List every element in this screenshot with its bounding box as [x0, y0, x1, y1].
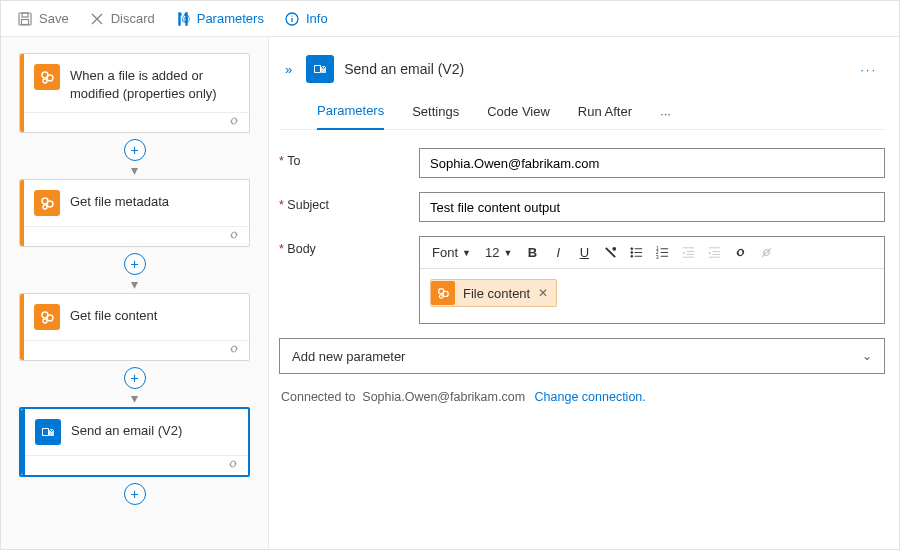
parameters-icon: @ [175, 11, 191, 27]
step-title: When a file is added or modified (proper… [70, 64, 237, 102]
bullet-list-button[interactable] [624, 241, 648, 265]
outlook-icon [35, 419, 61, 445]
panel-menu-button[interactable]: ··· [854, 62, 883, 77]
collapse-panel-button[interactable]: » [281, 62, 296, 77]
italic-button[interactable]: I [546, 241, 570, 265]
subject-label: Subject [279, 192, 419, 212]
body-editor: Font▼ 12▼ B I U 123 [419, 236, 885, 324]
info-icon [284, 11, 300, 27]
svg-rect-1 [22, 13, 28, 17]
to-label: To [279, 148, 419, 168]
svg-point-22 [612, 247, 616, 251]
accent-strip [20, 180, 24, 246]
svg-point-17 [43, 319, 47, 323]
add-step-button[interactable]: + [124, 483, 146, 505]
discard-label: Discard [111, 11, 155, 26]
to-input[interactable] [419, 148, 885, 178]
save-icon [17, 11, 33, 27]
svg-rect-21 [315, 66, 320, 72]
connection-info: Connected to Sophia.Owen@fabrikam.com Ch… [279, 390, 885, 404]
bold-button[interactable]: B [520, 241, 544, 265]
unlink-button[interactable] [754, 241, 778, 265]
parameters-button[interactable]: @ Parameters [167, 7, 272, 31]
indent-button[interactable] [702, 241, 726, 265]
svg-point-14 [43, 205, 47, 209]
number-list-button[interactable]: 123 [650, 241, 674, 265]
font-family-select[interactable]: Font▼ [426, 241, 477, 265]
flow-canvas: When a file is added or modified (proper… [1, 37, 269, 549]
svg-rect-19 [43, 429, 48, 435]
step-title: Get file content [70, 304, 157, 325]
add-parameter-dropdown[interactable]: Add new parameter ⌄ [279, 338, 885, 374]
svg-point-25 [631, 252, 633, 254]
parameters-label: Parameters [197, 11, 264, 26]
accent-strip [20, 54, 24, 132]
svg-point-46 [440, 295, 444, 299]
flow-arrow-icon: ▾ [131, 163, 138, 177]
outlook-icon [306, 55, 334, 83]
chevron-down-icon: ⌄ [862, 349, 872, 363]
svg-point-16 [47, 315, 53, 321]
sharepoint-icon [34, 64, 60, 90]
svg-point-45 [443, 291, 448, 296]
panel-tabs: Parameters Settings Code View Run After … [279, 97, 885, 130]
tab-more-button[interactable]: ··· [660, 106, 671, 121]
token-label: File content [463, 286, 530, 301]
outdent-button[interactable] [676, 241, 700, 265]
change-connection-link[interactable]: Change connection. [535, 390, 646, 404]
rte-toolbar: Font▼ 12▼ B I U 123 [420, 237, 884, 269]
font-color-button[interactable] [598, 241, 622, 265]
link-icon [227, 114, 241, 131]
svg-point-10 [47, 75, 53, 81]
svg-point-27 [631, 255, 633, 257]
flow-step-trigger[interactable]: When a file is added or modified (proper… [19, 53, 250, 133]
tab-code-view[interactable]: Code View [487, 98, 550, 129]
subject-input[interactable] [419, 192, 885, 222]
discard-icon [89, 11, 105, 27]
info-label: Info [306, 11, 328, 26]
add-step-button[interactable]: + [124, 367, 146, 389]
link-icon [226, 457, 240, 474]
accent-strip [20, 294, 24, 360]
caret-down-icon: ▼ [462, 248, 471, 258]
top-toolbar: Save Discard @ Parameters Info [1, 1, 899, 37]
token-remove-button[interactable]: ✕ [538, 286, 548, 300]
sharepoint-icon [431, 281, 455, 305]
flow-step-email[interactable]: Send an email (V2) [19, 407, 250, 477]
step-title: Send an email (V2) [71, 419, 182, 440]
step-title: Get file metadata [70, 190, 169, 211]
discard-button[interactable]: Discard [81, 7, 163, 31]
svg-text:@: @ [181, 14, 190, 24]
svg-point-13 [47, 201, 53, 207]
underline-button[interactable]: U [572, 241, 596, 265]
tab-settings[interactable]: Settings [412, 98, 459, 129]
svg-rect-2 [22, 19, 29, 24]
link-icon [227, 228, 241, 245]
sharepoint-icon [34, 304, 60, 330]
save-button[interactable]: Save [9, 7, 77, 31]
flow-step-content[interactable]: Get file content [19, 293, 250, 361]
font-size-select[interactable]: 12▼ [479, 241, 518, 265]
link-button[interactable] [728, 241, 752, 265]
save-label: Save [39, 11, 69, 26]
flow-step-metadata[interactable]: Get file metadata [19, 179, 250, 247]
flow-arrow-icon: ▾ [131, 391, 138, 405]
detail-panel: » Send an email (V2) ··· Parameters Sett… [269, 37, 899, 549]
dynamic-content-token[interactable]: File content ✕ [430, 279, 557, 307]
body-content[interactable]: File content ✕ [420, 269, 884, 323]
tab-parameters[interactable]: Parameters [317, 97, 384, 130]
info-button[interactable]: Info [276, 7, 336, 31]
panel-title: Send an email (V2) [344, 61, 464, 77]
svg-point-11 [43, 79, 47, 83]
add-step-button[interactable]: + [124, 139, 146, 161]
tab-run-after[interactable]: Run After [578, 98, 632, 129]
connected-account: Sophia.Owen@fabrikam.com [362, 390, 525, 404]
link-icon [227, 342, 241, 359]
svg-point-8 [291, 15, 292, 16]
accent-strip [21, 409, 25, 475]
svg-text:3: 3 [656, 255, 659, 260]
add-step-button[interactable]: + [124, 253, 146, 275]
body-label: Body [279, 236, 419, 256]
svg-point-23 [631, 248, 633, 250]
add-parameter-label: Add new parameter [292, 349, 405, 364]
